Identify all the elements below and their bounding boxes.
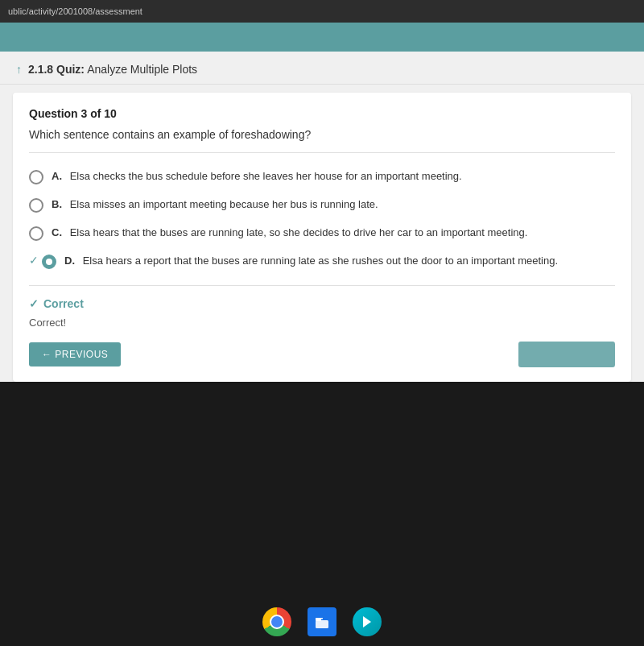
back-icon[interactable]: ↑ bbox=[16, 63, 22, 76]
correct-check-icon: ✓ bbox=[29, 297, 39, 310]
correct-label: ✓ Correct bbox=[29, 297, 615, 310]
taskbar bbox=[0, 598, 644, 646]
url-bar: ublic/activity/2001008/assessment bbox=[8, 6, 142, 16]
radio-d[interactable] bbox=[42, 255, 56, 269]
checkmark-d: ✓ bbox=[29, 254, 39, 267]
content-area: ↑ 2.1.8 Quiz: Analyze Multiple Plots Que… bbox=[0, 52, 644, 382]
previous-button[interactable]: ← PREVIOUS bbox=[29, 342, 121, 366]
radio-b[interactable] bbox=[29, 198, 43, 213]
question-number: Question 3 of 10 bbox=[29, 107, 615, 120]
svg-rect-2 bbox=[316, 618, 321, 621]
chrome-taskbar-icon[interactable] bbox=[262, 607, 291, 636]
files-taskbar-icon[interactable] bbox=[308, 607, 336, 636]
correct-message: Correct! bbox=[29, 317, 615, 329]
correct-section: ✓ Correct Correct! ← PREVIOUS bbox=[29, 285, 615, 367]
question-text: Which sentence contains an example of fo… bbox=[29, 128, 615, 153]
radio-a[interactable] bbox=[29, 170, 43, 184]
browser-bar: ublic/activity/2001008/assessment bbox=[0, 0, 644, 23]
radio-c[interactable] bbox=[29, 226, 43, 241]
svg-rect-1 bbox=[316, 620, 328, 628]
next-button[interactable] bbox=[518, 342, 615, 367]
quiz-header: ↑ 2.1.8 Quiz: Analyze Multiple Plots bbox=[0, 52, 644, 85]
quiz-title: 2.1.8 Quiz: Analyze Multiple Plots bbox=[28, 63, 197, 76]
svg-marker-3 bbox=[363, 616, 371, 627]
play-store-taskbar-icon[interactable] bbox=[353, 607, 382, 636]
option-b[interactable]: B. Elsa misses an important meeting beca… bbox=[29, 197, 615, 213]
options-list: A. Elsa checks the bus schedule before s… bbox=[29, 169, 615, 269]
teal-header-bar bbox=[0, 23, 644, 52]
option-c[interactable]: C. Elsa hears that the buses are running… bbox=[29, 226, 615, 241]
question-card: Question 3 of 10 Which sentence contains… bbox=[13, 93, 631, 382]
option-d[interactable]: ✓ D. Elsa hears a report that the buses … bbox=[29, 254, 615, 269]
buttons-row: ← PREVIOUS bbox=[29, 342, 615, 367]
option-a[interactable]: A. Elsa checks the bus schedule before s… bbox=[29, 169, 615, 184]
